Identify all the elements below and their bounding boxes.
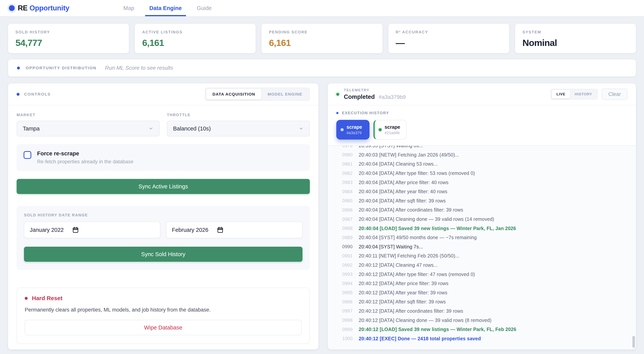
log-row: 0997 20:40:12 [DATA] After coordinates f… — [328, 307, 636, 316]
nav-item-guide[interactable]: Guide — [197, 0, 212, 16]
log-line-number: 0993 — [336, 272, 352, 277]
stat-label: ACTIVE LISTINGS — [142, 30, 248, 34]
execution-history-label: EXECUTION HISTORY — [342, 111, 389, 115]
log-row: 0990 20:40:04 [SYST] Waiting 7s... — [328, 242, 636, 252]
chip-texts: scrape #21ad4b — [384, 124, 400, 135]
throttle-select[interactable]: Balanced (10s) — [167, 121, 310, 136]
log-line-number: 0997 — [336, 308, 352, 314]
log-text: 20:40:04 [DATA] Cleaning 53 rows... — [359, 161, 438, 167]
wipe-database-button[interactable]: Wipe Database — [25, 320, 302, 335]
top-navbar: RE Opportunity Map Data Engine Guide — [0, 0, 644, 16]
tab-data-acquisition[interactable]: DATA ACQUISITION — [206, 89, 261, 99]
throttle-label: THROTTLE — [167, 113, 310, 117]
log-line-number: 0982 — [336, 171, 352, 176]
hard-reset-card: Hard Reset Permanently clears all proper… — [16, 288, 310, 344]
log-text: 20:40:04 [SYST] 49/50 months done — ~7s … — [359, 235, 477, 240]
log-row: 0982 20:40:04 [DATA] After type filter: … — [328, 169, 636, 178]
clear-button[interactable]: Clear — [602, 89, 628, 100]
nav-item-data-engine[interactable]: Data Engine — [149, 0, 182, 16]
stat-card-sold-history: SOLD HISTORY 54,777 — [8, 23, 129, 53]
log-line-number: 0990 — [336, 244, 352, 249]
log-text: 20:40:12 [DATA] Cleaning 47 rows... — [359, 262, 438, 268]
chip-job-name: scrape — [346, 124, 362, 130]
force-rescrape-subtitle: Re-fetch properties already in the datab… — [37, 159, 134, 165]
log-text: 20:40:12 [DATA] After coordinates filter… — [359, 308, 463, 314]
nav-items: Map Data Engine Guide — [124, 0, 212, 16]
date-from-input[interactable]: January 2022 — [24, 222, 160, 238]
sync-sold-history-button[interactable]: Sync Sold History — [24, 247, 302, 262]
log-line-number: 0980 — [336, 152, 352, 157]
telemetry-status-row: Completed #a3a379b9 — [344, 93, 406, 100]
execution-chip-a3a379[interactable]: scrape #a3a379 — [336, 120, 370, 140]
opportunity-distribution-bar: OPPORTUNITY DISTRIBUTION Run ML Score to… — [8, 59, 636, 77]
telemetry-actions: LIVE HISTORY Clear — [551, 89, 628, 100]
log-area[interactable]: 0979 20:39:55 [SYST] Waiting 8s... 0980 … — [328, 145, 636, 349]
toggle-history[interactable]: HISTORY — [570, 90, 597, 98]
log-row: 0980 20:40:03 [NETW] Fetching Jan 2026 (… — [328, 150, 636, 160]
log-list: 0979 20:39:55 [SYST] Waiting 8s... 0980 … — [328, 145, 636, 343]
brand-logo[interactable]: RE Opportunity — [9, 4, 69, 12]
chevron-down-icon — [148, 126, 153, 131]
log-text: 20:40:12 [DATA] After type filter: 47 ro… — [359, 272, 475, 277]
market-select[interactable]: Tampa — [16, 121, 160, 136]
stat-label: PENDING SCORE — [269, 30, 375, 34]
stat-value: 6,161 — [269, 37, 375, 48]
log-row: 0992 20:40:12 [DATA] Cleaning 47 rows... — [328, 261, 636, 270]
status-dot-icon — [336, 93, 339, 96]
scrollbar-thumb[interactable] — [632, 336, 635, 348]
danger-dot-icon — [25, 297, 28, 300]
log-line-number: 0981 — [336, 161, 352, 167]
force-rescrape-option[interactable]: Force re-scrape Re-fetch properties alre… — [16, 144, 310, 171]
distribution-label: OPPORTUNITY DISTRIBUTION — [26, 66, 96, 70]
execution-chip-21ad4b[interactable]: scrape #21ad4b — [374, 120, 406, 140]
log-row: 0996 20:40:12 [DATA] After sqft filter: … — [328, 297, 636, 307]
log-row: 0987 20:40:04 [DATA] Cleaning done — 39 … — [328, 215, 636, 224]
stat-value: 54,777 — [16, 37, 122, 48]
telemetry-status: Completed — [344, 93, 375, 100]
stat-card-system: SYSTEM Nominal — [515, 23, 636, 53]
main-content: CONTROLS DATA ACQUISITION MODEL ENGINE M… — [8, 83, 636, 350]
log-text: 20:40:12 [DATA] After sqft filter: 39 ro… — [359, 299, 446, 305]
section-dot-icon — [336, 112, 338, 114]
stat-label: SOLD HISTORY — [16, 30, 122, 34]
toggle-live[interactable]: LIVE — [552, 90, 570, 98]
log-row: 0993 20:40:12 [DATA] After type filter: … — [328, 270, 636, 279]
section-dot-icon — [17, 67, 20, 69]
log-line-number: 0983 — [336, 180, 352, 185]
hard-reset-header: Hard Reset — [25, 295, 302, 302]
log-text: 20:40:04 [DATA] After coordinates filter… — [359, 207, 463, 213]
market-value: Tampa — [23, 125, 40, 132]
log-line-number: 0992 — [336, 263, 352, 268]
log-row: 0989 20:40:04 [SYST] 49/50 months done —… — [328, 233, 636, 242]
calendar-icon[interactable] — [73, 227, 78, 233]
controls-tabbar: DATA ACQUISITION MODEL ENGINE — [205, 88, 310, 101]
tab-model-engine[interactable]: MODEL ENGINE — [261, 89, 308, 99]
force-rescrape-texts: Force re-scrape Re-fetch properties alre… — [37, 150, 134, 165]
chip-job-id: #21ad4b — [384, 131, 400, 135]
log-line-number: 0994 — [336, 281, 352, 286]
nav-item-map[interactable]: Map — [124, 0, 134, 16]
log-row: 0988 20:40:04 [LOAD] Saved 39 new listin… — [328, 224, 636, 233]
date-to-value: February 2026 — [172, 227, 208, 233]
log-line-number: 0989 — [336, 235, 352, 240]
date-to-input[interactable]: February 2026 — [166, 222, 302, 238]
calendar-icon[interactable] — [217, 227, 223, 233]
telemetry-header: TELEMETRY Completed #a3a379b9 LIVE HISTO… — [328, 83, 636, 105]
field-row: MARKET Tampa THROTTLE Balanced (10s) — [16, 113, 310, 136]
sync-active-listings-button[interactable]: Sync Active Listings — [16, 179, 310, 194]
force-rescrape-checkbox[interactable] — [24, 151, 31, 159]
chip-texts: scrape #a3a379 — [346, 124, 362, 135]
chip-status-dot-icon — [340, 128, 344, 131]
log-text: 20:40:04 [DATA] After type filter: 53 ro… — [359, 170, 475, 176]
log-line-number: 0987 — [336, 217, 352, 222]
log-row: 0986 20:40:04 [DATA] After coordinates f… — [328, 205, 636, 215]
date-inputs-row: January 2022 February 2026 — [24, 222, 302, 238]
log-text: 20:40:04 [LOAD] Saved 39 new listings — … — [359, 226, 516, 231]
live-history-toggle: LIVE HISTORY — [551, 89, 598, 100]
chevron-down-icon — [299, 126, 304, 131]
date-from-value: January 2022 — [30, 227, 64, 233]
log-row: 0991 20:40:11 [NETW] Fetching Feb 2026 (… — [328, 251, 636, 261]
chip-status-dot-icon — [378, 128, 382, 131]
log-row: 0994 20:40:12 [DATA] After price filter:… — [328, 279, 636, 288]
log-line-number: 0991 — [336, 253, 352, 259]
